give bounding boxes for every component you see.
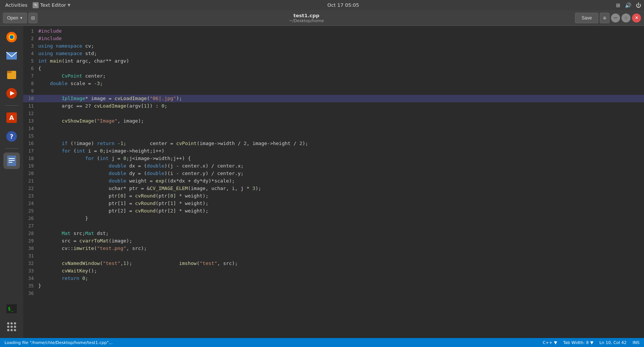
minimize-button[interactable]: — <box>611 13 620 22</box>
recent-icon: ⊟ <box>31 15 35 21</box>
top-bar-right: ⊞ 🔊 ⏻ <box>616 2 641 8</box>
code-line: 25 ptr[2] = cvRound(ptr[2] * weight); <box>23 207 644 215</box>
sidebar-item-firefox[interactable] <box>3 29 20 45</box>
sidebar-item-apps[interactable] <box>3 319 20 335</box>
code-line: 36 <box>23 290 644 297</box>
app-title-arrow: ▼ <box>67 3 70 7</box>
line-content: double weight = exp((dx*dx + dy*dy)*scal… <box>38 177 644 185</box>
line-number: 14 <box>23 125 38 132</box>
line-number: 23 <box>23 192 38 200</box>
line-content: for (int i = 0;i<image->height;i++) <box>38 147 644 155</box>
line-number: 28 <box>23 230 38 237</box>
line-number: 3 <box>23 42 38 50</box>
power-icon[interactable]: ⏻ <box>636 2 641 8</box>
open-arrow-icon: ▼ <box>19 16 23 20</box>
line-content: double dy = (double)(i - center.y) / cen… <box>38 170 644 177</box>
code-line: 26 } <box>23 215 644 222</box>
status-language[interactable]: C++ ▼ <box>543 340 557 345</box>
menu-button[interactable]: ≡ <box>600 13 610 23</box>
line-number: 8 <box>23 80 38 87</box>
line-number: 15 <box>23 132 38 140</box>
language-arrow-icon: ▼ <box>554 340 557 345</box>
svg-point-24 <box>7 329 9 331</box>
code-line: 35} <box>23 282 644 290</box>
line-content: using namespace std; <box>38 50 644 57</box>
line-number: 34 <box>23 275 38 282</box>
open-button[interactable]: Open ▼ <box>3 13 27 23</box>
toolbar: Open ▼ ⊟ test1.cpp ~/Desktop/home Save ≡… <box>0 10 644 26</box>
code-line: 15 <box>23 132 644 140</box>
maximize-button[interactable]: □ <box>622 13 631 22</box>
line-content: cv::imwrite("test.png", src); <box>38 245 644 252</box>
line-number: 6 <box>23 65 38 72</box>
line-content: cvNamedWindow("test",1); imshow("test", … <box>38 260 644 267</box>
status-tab-width[interactable]: Tab Width: 8 ▼ <box>563 340 593 345</box>
svg-point-26 <box>14 329 16 331</box>
code-line: 7 CvPoint center; <box>23 72 644 80</box>
code-line: 20 double dy = (double)(i - center.y) / … <box>23 170 644 177</box>
activities-button[interactable]: Activities <box>3 1 30 9</box>
line-number: 1 <box>23 27 38 35</box>
line-content: ptr[2] = cvRound(ptr[2] * weight); <box>38 207 644 215</box>
line-number: 35 <box>23 282 38 290</box>
open-label: Open <box>7 15 18 21</box>
svg-point-23 <box>14 326 16 328</box>
code-line: 1#include <box>23 27 644 35</box>
svg-point-20 <box>14 322 16 325</box>
line-number: 11 <box>23 102 38 110</box>
sidebar: A ? $_ <box>0 26 23 338</box>
line-content: { <box>38 65 644 72</box>
top-bar-left: Activities ✎ Text Editor ▼ <box>3 1 70 9</box>
editor-area[interactable]: 1#include 2#include 3using namespace cv;… <box>23 26 644 338</box>
line-number: 18 <box>23 155 38 162</box>
code-line: 18 for (int j = 0;j<image->width;j++) { <box>23 155 644 162</box>
code-line: 13 cvShowImage("Image", image); <box>23 117 644 125</box>
code-line: 27 <box>23 222 644 230</box>
sidebar-item-software[interactable]: A <box>3 109 20 126</box>
status-encoding: INS <box>633 340 640 345</box>
close-button[interactable]: ✕ <box>632 13 641 22</box>
file-info: test1.cpp ~/Desktop/home <box>39 13 574 23</box>
line-number: 21 <box>23 177 38 185</box>
line-number: 29 <box>23 237 38 245</box>
sidebar-item-files[interactable] <box>3 66 20 83</box>
line-number: 26 <box>23 215 38 222</box>
line-content: return 0; <box>38 275 644 282</box>
sidebar-divider-2 <box>5 148 18 149</box>
svg-rect-5 <box>7 71 12 73</box>
recent-files-button[interactable]: ⊟ <box>28 13 37 23</box>
line-content: cvShowImage("Image", image); <box>38 117 644 125</box>
line-number: 22 <box>23 185 38 192</box>
sidebar-divider-1 <box>5 105 18 106</box>
code-editor[interactable]: 1#include 2#include 3using namespace cv;… <box>23 26 644 338</box>
code-line: 19 double dx = (double)(j - center.x) / … <box>23 162 644 170</box>
svg-text:?: ? <box>10 133 13 140</box>
code-line: 30 cv::imwrite("test.png", src); <box>23 245 644 252</box>
code-line: 4using namespace std; <box>23 50 644 57</box>
sidebar-item-mail[interactable] <box>3 48 20 64</box>
status-bar: Loading file "/home/chle/Desktop/home/te… <box>0 338 644 347</box>
sidebar-item-terminal[interactable]: $_ <box>3 301 20 317</box>
line-content: CvPoint center; <box>38 72 644 80</box>
sidebar-item-texteditor[interactable] <box>3 153 20 169</box>
code-line: 32 cvNamedWindow("test",1); imshow("test… <box>23 260 644 267</box>
line-number: 7 <box>23 72 38 80</box>
sidebar-item-help[interactable]: ? <box>3 128 20 145</box>
code-line: 29 src = cvarrToMat(image); <box>23 237 644 245</box>
line-number: 33 <box>23 267 38 275</box>
volume-icon[interactable]: 🔊 <box>625 2 631 8</box>
app-title-area: ✎ Text Editor ▼ <box>33 2 70 8</box>
line-number: 31 <box>23 252 38 260</box>
network-icon[interactable]: ⊞ <box>616 2 620 8</box>
line-number: 13 <box>23 117 38 125</box>
toolbar-right: Save ≡ — □ ✕ <box>575 13 641 23</box>
line-content: #include <box>38 27 644 35</box>
save-button[interactable]: Save <box>575 13 598 23</box>
status-loading-text: Loading file "/home/chle/Desktop/home/te… <box>4 340 113 345</box>
code-line: 10 IplImage* image = cvLoadImage("06|.jp… <box>23 95 644 102</box>
line-number: 36 <box>23 290 38 297</box>
main-area: A ? $_ <box>0 26 644 338</box>
sidebar-bottom: $_ <box>3 301 20 335</box>
sidebar-item-music[interactable] <box>3 85 20 102</box>
line-content: } <box>38 215 644 222</box>
